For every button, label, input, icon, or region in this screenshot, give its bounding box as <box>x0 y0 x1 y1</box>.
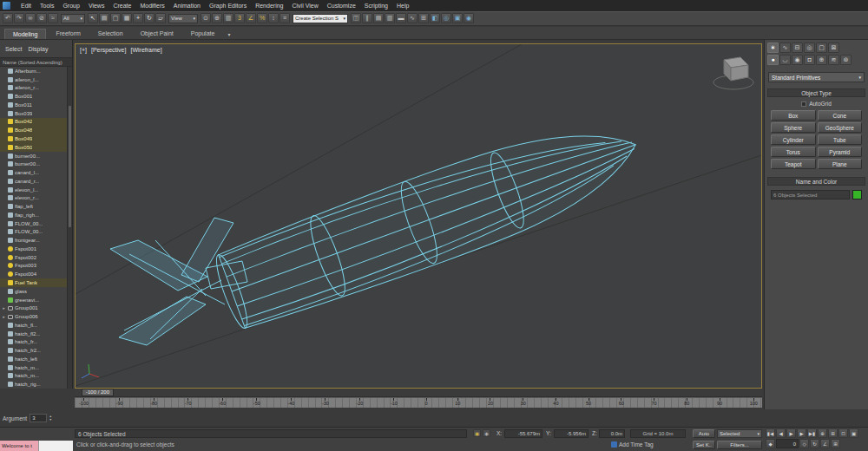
create-torus-button[interactable]: Torus <box>771 147 816 157</box>
app-logo-icon[interactable] <box>3 2 10 10</box>
utilities-tab-icon[interactable]: ⊠ <box>828 42 839 53</box>
y-coordinate-field[interactable]: -5.956m <box>554 429 589 438</box>
rendered-frame-window-icon[interactable]: ▣ <box>452 13 463 23</box>
maximize-viewport-toggle-icon[interactable]: ⊞ <box>831 439 840 448</box>
scene-object-row[interactable]: canard_l... <box>0 168 67 177</box>
x-coordinate-field[interactable]: -55.679m <box>504 429 542 438</box>
menu-modifiers[interactable]: Modifiers <box>135 0 168 11</box>
scene-object-row[interactable]: Box042 <box>0 118 67 127</box>
percent-snap-toggle-icon[interactable]: % <box>257 13 267 23</box>
spinner-down-icon[interactable]: ▾ <box>49 418 51 422</box>
select-and-scale-icon[interactable]: ▱ <box>155 13 166 23</box>
undo-icon[interactable]: ↶ <box>3 13 13 23</box>
hierarchy-tab-icon[interactable]: ⊟ <box>792 42 803 53</box>
cameras-category-icon[interactable]: ◘ <box>804 55 815 65</box>
create-plane-button[interactable]: Plane <box>818 159 863 169</box>
create-box-button[interactable]: Box <box>771 110 816 121</box>
material-editor-icon[interactable]: ◧ <box>430 13 440 23</box>
snaps-toggle-icon[interactable]: 3 <box>234 13 245 23</box>
curve-editor-icon[interactable]: ∿ <box>407 13 418 23</box>
maxscript-listener[interactable] <box>38 441 73 451</box>
angle-snap-toggle-icon[interactable]: ∠ <box>246 13 256 23</box>
scene-object-row[interactable]: Box001 <box>0 92 67 101</box>
shapes-category-icon[interactable]: ◡ <box>779 55 791 65</box>
scene-object-row[interactable]: glass <box>0 287 67 296</box>
select-object-icon[interactable]: ↖ <box>88 13 98 23</box>
menu-views[interactable]: Views <box>84 0 109 11</box>
scene-object-row[interactable]: aileron_r... <box>0 84 67 93</box>
scene-object-row[interactable]: burner00... <box>0 160 67 168</box>
explorer-scrollbar[interactable] <box>67 67 72 389</box>
create-tube-button[interactable]: Tube <box>818 134 863 145</box>
scene-object-row[interactable]: Fspot001 <box>0 245 67 253</box>
toggle-ribbon-icon[interactable]: ▬ <box>396 13 406 23</box>
scene-object-row[interactable]: hatch_fr... <box>0 338 67 347</box>
menu-group[interactable]: Group <box>58 0 83 11</box>
key-filters-button[interactable]: Filters... <box>717 441 762 449</box>
redo-icon[interactable]: ↷ <box>14 13 24 23</box>
menu-scripting[interactable]: Scripting <box>360 0 392 11</box>
motion-tab-icon[interactable]: ◎ <box>804 42 815 53</box>
perspective-viewport[interactable]: [+] [Perspective] [Wireframe] <box>75 43 762 389</box>
scene-object-row[interactable]: flap_left <box>0 202 67 211</box>
explorer-menu-select[interactable]: Select <box>5 46 22 52</box>
scene-object-row[interactable]: hatch_fl... <box>0 321 67 330</box>
scene-object-row[interactable]: Fspot002 <box>0 253 67 262</box>
select-and-link-icon[interactable]: ∞ <box>25 13 36 23</box>
create-tab-icon[interactable]: ∗ <box>767 42 779 53</box>
create-cylinder-button[interactable]: Cylinder <box>771 134 816 145</box>
unlink-selection-icon[interactable]: ⊘ <box>36 13 47 23</box>
toggle-scene-explorer-icon[interactable]: ▤ <box>373 13 384 23</box>
name-column-header[interactable]: Name (Sorted Ascending) <box>0 57 72 67</box>
ribbon-tab-object-paint[interactable]: Object Paint <box>133 29 181 39</box>
object-name-field[interactable]: 6 Objects Selected <box>771 190 850 199</box>
explorer-menu-display[interactable]: Display <box>28 46 48 52</box>
zoom-icon[interactable]: ⊕ <box>818 428 827 438</box>
key-mode-dropdown[interactable]: Selected ▾ <box>717 429 762 438</box>
lock-selection-icon[interactable]: ◈ <box>483 429 490 437</box>
render-setup-icon[interactable]: ◎ <box>441 13 451 23</box>
previous-frame-icon[interactable]: ◀ <box>776 428 786 438</box>
zoom-extents-icon[interactable]: ⊡ <box>838 428 848 438</box>
goto-end-icon[interactable]: ▶▮ <box>807 428 817 438</box>
selection-filter-dropdown[interactable]: All▾ <box>61 14 85 23</box>
viewport-pov-menu[interactable]: [Perspective] <box>91 47 126 53</box>
scene-object-row[interactable]: hatch_rig... <box>0 380 67 389</box>
scene-object-row[interactable]: Box048 <box>0 126 67 134</box>
helpers-category-icon[interactable]: ⊕ <box>816 55 827 65</box>
scrollbar-thumb[interactable] <box>69 106 71 228</box>
name-color-rollout-header[interactable]: Name and Color <box>767 177 865 186</box>
scene-object-row[interactable]: burner00... <box>0 152 67 160</box>
time-slider-handle[interactable]: -100 / 200 <box>82 389 114 396</box>
ribbon-tab-modeling[interactable]: Modeling <box>4 29 46 39</box>
scene-object-row[interactable]: flap_righ... <box>0 211 67 219</box>
scene-object-row[interactable]: greenavi... <box>0 296 67 304</box>
select-and-manipulate-icon[interactable]: ⊕ <box>212 13 222 23</box>
scene-object-row[interactable]: elevon_r... <box>0 193 67 202</box>
align-icon[interactable]: ∥ <box>362 13 372 23</box>
scene-object-row[interactable]: canard_r... <box>0 177 67 186</box>
create-pyramid-button[interactable]: Pyramid <box>818 147 863 157</box>
ribbon-tab-selection[interactable]: Selection <box>90 29 131 39</box>
menu-graph-editors[interactable]: Graph Editors <box>205 0 251 11</box>
scene-object-row[interactable]: Fuel Tank <box>0 278 67 287</box>
scene-object-row[interactable]: Fspot004 <box>0 270 67 278</box>
add-time-tag[interactable]: Add Time Tag <box>611 441 654 448</box>
select-and-rotate-icon[interactable]: ↻ <box>144 13 155 23</box>
ribbon-minimize-icon[interactable]: ▾ <box>222 29 235 39</box>
create-teapot-button[interactable]: Teapot <box>771 159 816 169</box>
rocket-tail-fins[interactable] <box>110 218 247 345</box>
create-cone-button[interactable]: Cone <box>818 110 863 121</box>
create-sphere-button[interactable]: Sphere <box>771 122 816 133</box>
selection-region-icon[interactable]: ▢ <box>110 13 121 23</box>
set-key-button[interactable]: Set K.. <box>693 441 715 449</box>
bind-to-space-warp-icon[interactable]: ≈ <box>48 13 58 23</box>
edit-named-selection-sets-icon[interactable]: ≡ <box>279 13 290 23</box>
track-bar[interactable]: -100-90-80-70-60-50-40-30-20-10010203040… <box>75 397 762 409</box>
menu-create[interactable]: Create <box>108 0 135 11</box>
scene-object-row[interactable]: hatch_left <box>0 355 67 363</box>
scene-object-row[interactable]: hatch_m... <box>0 372 67 381</box>
goto-start-icon[interactable]: ▮◀ <box>766 428 775 438</box>
toggle-layer-explorer-icon[interactable]: ▥ <box>385 13 395 23</box>
menu-rendering[interactable]: Rendering <box>251 0 287 11</box>
